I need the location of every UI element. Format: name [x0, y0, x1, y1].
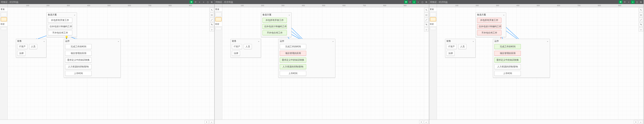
chevron-down-icon[interactable]: ⌄ — [43, 40, 45, 42]
node-time-to-complete[interactable]: 完成工作的时间 — [65, 44, 92, 49]
chevron-down-icon[interactable]: ⌄ — [472, 40, 474, 42]
chevron-down-icon[interactable]: ⌄ — [118, 40, 119, 42]
eyedropper-tool[interactable]: ⌕ — [210, 27, 214, 32]
add-button[interactable]: + — [634, 120, 638, 124]
rect-tool[interactable]: ▭ — [424, 13, 428, 17]
node-legal[interactable]: 法律 — [446, 51, 455, 56]
palette-item[interactable] — [216, 17, 222, 21]
lightbulb-icon[interactable]: 💡 — [65, 36, 68, 39]
node-people[interactable]: 人员 — [29, 44, 37, 49]
node-pm-application[interactable]: 项目管理的应用 — [280, 51, 306, 56]
share-icon[interactable]: < — [198, 0, 201, 4]
rect-tool[interactable]: ▭ — [210, 13, 214, 17]
palette-item[interactable] — [216, 27, 222, 30]
maximize-icon[interactable]: ⧉ — [210, 0, 214, 4]
node-hr-control[interactable]: 人力资源的控制/影响 — [65, 64, 92, 69]
share-icon[interactable]: < — [627, 0, 630, 4]
line-tool[interactable]: ／ — [424, 17, 428, 22]
palette-item[interactable] — [1, 17, 7, 21]
group-operations[interactable]: 运作⌄完成工作的时间项目管理的应用需求定义中的知识转换人力资源的控制/影响上市时… — [278, 39, 335, 78]
node-outsource-design[interactable]: 仅外包设计和编码工作 — [477, 24, 502, 29]
group-finance[interactable]: 财务⌄IT资产人员法律 — [445, 39, 476, 58]
chevron-down-icon[interactable]: ⌄ — [503, 13, 505, 16]
refresh-icon[interactable]: ⟳ — [408, 0, 412, 4]
add-button[interactable]: + — [204, 120, 209, 124]
node-outsource-none[interactable]: 不外包任何工作 — [48, 30, 72, 35]
line-tool[interactable]: ／ — [210, 17, 214, 22]
window-icon[interactable]: ◻ — [420, 0, 424, 4]
group-finance[interactable]: 财务⌄IT资产人员法律 — [16, 39, 46, 58]
eye-icon[interactable]: 👁 — [619, 0, 622, 4]
refresh-icon[interactable]: ⟳ — [194, 0, 197, 4]
node-pm-application[interactable]: 项目管理的应用 — [494, 51, 521, 56]
line-tool[interactable]: ／ — [639, 17, 643, 22]
node-knowledge-transfer[interactable]: 需求定义中的知识转换 — [494, 58, 521, 62]
group-finance[interactable]: 财务⌄IT资产人员法律 — [230, 39, 261, 58]
node-time-to-market[interactable]: 上市时间 — [494, 71, 521, 76]
palette-item[interactable] — [430, 12, 436, 16]
node-time-to-market[interactable]: 上市时间 — [280, 71, 306, 76]
window-icon[interactable]: ◻ — [206, 0, 210, 4]
add-button[interactable]: + — [419, 120, 423, 124]
chevron-down-icon[interactable]: ⌄ — [547, 40, 548, 42]
diagram-canvas[interactable]: 备选方案⌄外包所有开发工作仅外包设计和编码工作不外包任何工作财务⌄IT资产人员法… — [222, 7, 429, 120]
eye-icon[interactable]: 👁 — [404, 0, 408, 4]
node-it-asset[interactable]: IT资产 — [232, 44, 242, 49]
node-it-asset[interactable]: IT资产 — [17, 44, 28, 49]
node-outsource-all[interactable]: 外包所有开发工作 — [262, 18, 287, 23]
eyedropper-tool[interactable]: ⌕ — [424, 27, 428, 32]
refresh-icon[interactable]: ⟳ — [623, 0, 626, 4]
palette-item[interactable] — [430, 17, 436, 21]
diagram-canvas[interactable]: 备选方案⌄外包所有开发工作仅外包设计和编码工作不外包任何工作财务⌄IT资产人员法… — [8, 7, 214, 120]
window-icon[interactable]: ◻ — [635, 0, 639, 4]
palette-item[interactable] — [430, 27, 436, 30]
pointer-tool[interactable]: ↖ — [424, 8, 428, 12]
play-icon[interactable]: > — [631, 0, 635, 4]
pencil-tool[interactable]: ✎ — [424, 22, 428, 27]
group-alternatives[interactable]: 备选方案⌄外包所有开发工作仅外包设计和编码工作不外包任何工作 — [46, 12, 77, 37]
node-outsource-none[interactable]: 不外包任何工作 — [477, 30, 502, 35]
palette-item[interactable] — [1, 12, 7, 16]
pointer-tool[interactable]: ↖ — [639, 8, 643, 12]
palette-item[interactable] — [216, 12, 222, 16]
group-operations[interactable]: 运作⌄完成工作的时间项目管理的应用需求定义中的知识转换人力资源的控制/影响上市时… — [493, 39, 550, 78]
node-knowledge-transfer[interactable]: 需求定义中的知识转换 — [65, 58, 92, 62]
node-people[interactable]: 人员 — [244, 44, 252, 49]
chevron-down-icon[interactable]: ⌄ — [258, 40, 260, 42]
palette-item[interactable] — [1, 27, 7, 30]
pencil-tool[interactable]: ✎ — [210, 22, 214, 27]
node-outsource-all[interactable]: 外包所有开发工作 — [477, 18, 502, 23]
play-icon[interactable]: > — [416, 0, 420, 4]
share-icon[interactable]: < — [412, 0, 416, 4]
chevron-down-icon[interactable]: ⌄ — [332, 40, 334, 42]
group-operations[interactable]: 运作⌄完成工作的时间项目管理的应用需求定义中的知识转换人力资源的控制/影响上市时… — [64, 39, 121, 78]
node-knowledge-transfer[interactable]: 需求定义中的知识转换 — [280, 58, 306, 62]
zoom-button[interactable]: ⌕ — [424, 120, 428, 124]
group-alternatives[interactable]: 备选方案⌄外包所有开发工作仅外包设计和编码工作不外包任何工作 — [476, 12, 506, 37]
node-outsource-none[interactable]: 不外包任何工作 — [262, 30, 287, 35]
node-outsource-design[interactable]: 仅外包设计和编码工作 — [48, 24, 72, 29]
node-pm-application[interactable]: 项目管理的应用 — [65, 51, 92, 56]
maximize-icon[interactable]: ⧉ — [639, 0, 643, 4]
node-people[interactable]: 人员 — [458, 44, 466, 49]
zoom-button[interactable]: ⌕ — [639, 120, 643, 124]
node-hr-control[interactable]: 人力资源的控制/影响 — [494, 64, 521, 69]
node-time-to-complete[interactable]: 完成工作的时间 — [280, 44, 306, 49]
node-time-to-market[interactable]: 上市时间 — [65, 71, 92, 76]
node-legal[interactable]: 法律 — [17, 51, 26, 56]
pencil-tool[interactable]: ✎ — [639, 22, 643, 27]
eyedropper-tool[interactable]: ⌕ — [639, 27, 643, 32]
node-it-asset[interactable]: IT资产 — [446, 44, 457, 49]
chevron-down-icon[interactable]: ⌄ — [74, 13, 76, 16]
maximize-icon[interactable]: ⧉ — [424, 0, 428, 4]
node-legal[interactable]: 法律 — [232, 51, 240, 56]
node-outsource-design[interactable]: 仅外包设计和编码工作 — [262, 24, 287, 29]
zoom-button[interactable]: ⌕ — [210, 120, 214, 124]
play-icon[interactable]: > — [202, 0, 206, 4]
chevron-down-icon[interactable]: ⌄ — [288, 13, 290, 16]
group-alternatives[interactable]: 备选方案⌄外包所有开发工作仅外包设计和编码工作不外包任何工作 — [261, 12, 292, 37]
node-time-to-complete[interactable]: 完成工作的时间 — [494, 44, 521, 49]
diagram-canvas[interactable]: 备选方案⌄外包所有开发工作仅外包设计和编码工作不外包任何工作财务⌄IT资产人员法… — [437, 7, 644, 120]
node-hr-control[interactable]: 人力资源的控制/影响 — [280, 64, 306, 69]
eye-icon[interactable]: 👁 — [190, 0, 193, 4]
